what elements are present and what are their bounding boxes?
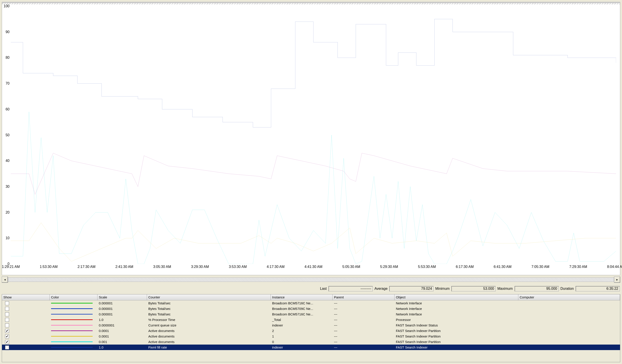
- last-label: Last: [320, 287, 327, 291]
- table-row[interactable]: ✔0.0001Active documents2---FAST Search I…: [2, 328, 620, 333]
- x-tick: 1:53:30 AM: [40, 265, 58, 269]
- counters-table: Show Color Scale Counter Instance Parent…: [2, 294, 620, 362]
- cell-computer: [518, 325, 620, 326]
- table-row[interactable]: 1.0% Processor Time_Total---Processor: [2, 317, 620, 323]
- cell-counter: Fixml fill rate: [147, 345, 271, 350]
- col-color[interactable]: Color: [50, 294, 97, 300]
- cell-counter: Bytes Total/sec: [147, 312, 271, 316]
- y-tick: 70: [5, 81, 10, 86]
- cell-parent: ---: [333, 328, 395, 333]
- col-object[interactable]: Object: [395, 294, 518, 300]
- series-line: [11, 112, 616, 264]
- col-counter[interactable]: Counter: [147, 294, 271, 300]
- cell-parent: ---: [333, 317, 395, 322]
- cell-counter: Current queue size: [147, 323, 271, 328]
- scroll-left-button[interactable]: ◄: [2, 276, 8, 283]
- cell-parent: ---: [333, 340, 395, 344]
- cell-instance: 0: [271, 340, 333, 344]
- minimum-label: Minimum: [435, 287, 449, 291]
- col-computer[interactable]: Computer: [518, 294, 620, 300]
- scroll-track[interactable]: [8, 277, 614, 282]
- show-checkbox[interactable]: [5, 301, 9, 305]
- cell-computer: [518, 342, 620, 342]
- cell-instance: indexer: [271, 345, 333, 350]
- x-tick: 6:41:30 AM: [494, 265, 511, 269]
- col-scale[interactable]: Scale: [97, 294, 147, 300]
- cell-instance: 2: [271, 328, 333, 333]
- chart-svg: [11, 6, 616, 264]
- x-tick: 4:17:30 AM: [267, 265, 285, 269]
- cell-object: FAST Search Indexer Status: [395, 323, 518, 328]
- stats-bar: Last --------- Average 79.024 Minimum 53…: [2, 285, 620, 292]
- x-tick: 3:05:30 AM: [153, 265, 171, 269]
- x-tick: 7:05:30 AM: [531, 265, 549, 269]
- cell-object: Network Interface: [395, 301, 518, 306]
- show-checkbox[interactable]: ✔: [5, 346, 9, 349]
- time-scrollbar[interactable]: ◄ ►: [2, 276, 620, 283]
- table-row[interactable]: ✔0.0001Active documents1---FAST Search I…: [2, 333, 620, 339]
- table-row[interactable]: ✔0.001Active documents0---FAST Search In…: [2, 339, 620, 345]
- cell-computer: [518, 347, 620, 348]
- y-tick: 20: [5, 211, 10, 215]
- y-tick: 30: [5, 185, 10, 189]
- minimum-value: 53.000: [451, 286, 496, 291]
- cell-object: Network Interface: [395, 312, 518, 316]
- col-show[interactable]: Show: [2, 294, 50, 300]
- cell-instance: indexer: [271, 323, 333, 328]
- x-tick: 4:41:30 AM: [305, 265, 323, 269]
- x-tick: 2:41:30 AM: [115, 265, 133, 269]
- cell-instance: _Total: [271, 317, 333, 322]
- x-tick: 2:17:30 AM: [78, 265, 96, 269]
- cell-computer: [518, 308, 620, 309]
- show-checkbox[interactable]: [5, 307, 9, 311]
- table-row[interactable]: ✔1.0Fixml fill rateindexer---FAST Search…: [2, 345, 620, 350]
- show-checkbox[interactable]: [5, 318, 9, 322]
- y-tick: 50: [5, 133, 10, 137]
- show-checkbox[interactable]: [5, 312, 9, 316]
- y-tick: 90: [5, 30, 10, 34]
- cell-object: Processor: [395, 317, 518, 322]
- cell-scale: 1.0: [97, 345, 147, 350]
- color-swatch: [51, 347, 93, 348]
- cell-counter: % Processor Time: [147, 317, 271, 322]
- color-swatch: [51, 342, 93, 342]
- cell-object: FAST Search Indexer Partition: [395, 334, 518, 339]
- plot-area: 01020304050607080901001:29:21 AM1:53:30 …: [11, 6, 616, 264]
- show-checkbox[interactable]: ✔: [5, 329, 9, 333]
- x-tick: 1:29:21 AM: [2, 265, 20, 269]
- show-checkbox[interactable]: ✔: [5, 340, 9, 344]
- table-row[interactable]: 0.000001Bytes Total/secBroadcom BCM5716C…: [2, 311, 620, 317]
- cell-instance: 1: [271, 334, 333, 339]
- table-row[interactable]: 0.000001Bytes Total/secBroadcom BCM5716C…: [2, 300, 620, 306]
- cell-computer: [518, 336, 620, 337]
- chart-panel: 01020304050607080901001:29:21 AM1:53:30 …: [2, 2, 620, 275]
- cell-scale: 0.000001: [97, 312, 147, 316]
- table-header: Show Color Scale Counter Instance Parent…: [2, 294, 620, 300]
- show-checkbox[interactable]: [5, 323, 9, 327]
- table-body: 0.000001Bytes Total/secBroadcom BCM5716C…: [2, 300, 620, 362]
- cell-computer: [518, 330, 620, 331]
- x-tick: 7:29:30 AM: [569, 265, 587, 269]
- series-line: [11, 223, 616, 261]
- show-checkbox[interactable]: ✔: [5, 334, 9, 338]
- duration-label: Duration: [561, 287, 574, 291]
- table-row[interactable]: 0.000001Bytes Total/secBroadcom BCM5709C…: [2, 306, 620, 311]
- cell-scale: 0.0000001: [97, 323, 147, 328]
- cell-counter: Bytes Total/sec: [147, 306, 271, 311]
- col-instance[interactable]: Instance: [271, 294, 333, 300]
- cell-object: FAST Search Indexer Partition: [395, 328, 518, 333]
- cell-object: Network Interface: [395, 306, 518, 311]
- cell-computer: [518, 319, 620, 320]
- maximum-value: 95.000: [515, 286, 559, 291]
- y-tick: 100: [3, 4, 10, 8]
- cell-object: FAST Search Indexer: [395, 345, 518, 350]
- cell-computer: [518, 303, 620, 304]
- x-tick: 8:04:44 AM: [607, 265, 622, 269]
- scroll-right-button[interactable]: ►: [614, 276, 620, 283]
- cell-instance: Broadcom BCM5716C Ne...: [271, 301, 333, 306]
- cell-scale: 0.0001: [97, 328, 147, 333]
- table-row[interactable]: 0.0000001Current queue sizeindexer---FAS…: [2, 323, 620, 328]
- x-tick: 5:53:30 AM: [418, 265, 436, 269]
- col-parent[interactable]: Parent: [333, 294, 395, 300]
- cell-scale: 0.000001: [97, 306, 147, 311]
